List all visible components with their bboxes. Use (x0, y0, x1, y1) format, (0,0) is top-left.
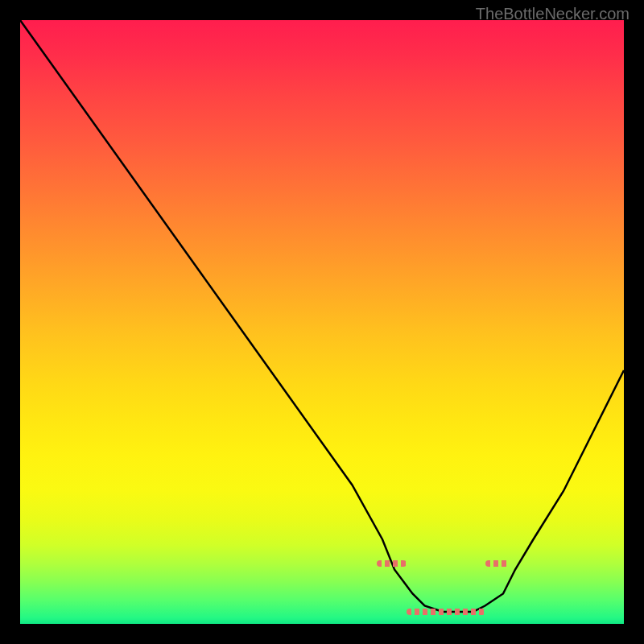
curve-svg (20, 20, 624, 624)
marker-right (485, 560, 510, 567)
plot-area (20, 20, 624, 624)
marker-optimal-band (407, 609, 485, 615)
watermark-text: TheBottleNecker.com (476, 5, 630, 23)
bottleneck-curve (20, 20, 624, 612)
marker-left (377, 560, 407, 567)
